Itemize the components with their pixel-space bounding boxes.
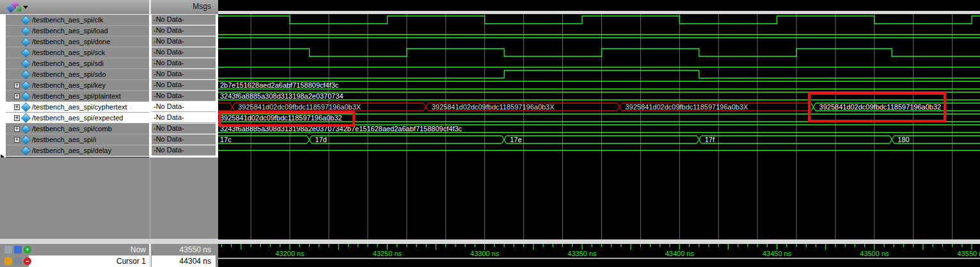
signal-row[interactable]: /testbench_aes_spi/sck-No Data- <box>0 47 218 58</box>
signal-label: /testbench_aes_spi/done <box>32 38 110 45</box>
signal-diamond-icon <box>21 26 31 36</box>
highlight-annotation-box <box>808 92 946 122</box>
signal-label: /testbench_aes_spi/sck <box>32 49 105 56</box>
signal-diamond-icon <box>21 102 31 113</box>
signal-list-panel: Msgs /testbench_aes_spi/clk-No Data-/tes… <box>0 0 218 267</box>
horizontal-scrollbar-track[interactable] <box>218 239 980 244</box>
waveform-canvas[interactable]: 2b7e151628aed2a6abf7158809cf4f3c3243f6a8… <box>218 14 980 240</box>
ruler-label: 43450 ns <box>763 250 792 257</box>
cursor-row[interactable]: − Cursor 1 44304 ns <box>0 255 218 267</box>
signal-row[interactable]: /testbench_aes_spi/done-No Data- <box>0 36 218 47</box>
expand-plus-icon[interactable]: + <box>14 83 20 88</box>
ruler-label: 43200 ns <box>275 250 304 257</box>
bus-value-cyphertext: 3925841d02dc09fbdc118597196a0b3X <box>625 103 748 111</box>
signal-name-cell[interactable]: +/testbench_aes_spi/expected <box>6 113 149 124</box>
modelsim-wave-window: { "left_panel": { "msgs_header": "Msgs",… <box>0 0 980 267</box>
signal-row[interactable]: /testbench_aes_spi/sdo-No Data- <box>0 69 218 80</box>
wrench-icon[interactable] <box>14 257 22 265</box>
column-divider[interactable] <box>149 0 151 14</box>
signal-label: /testbench_aes_spi/sdi <box>32 60 104 67</box>
ruler-label: 43550 ns <box>958 250 980 257</box>
signal-row[interactable]: +/testbench_aes_spi/key-No Data- <box>0 80 218 91</box>
msgs-column-header: Msgs <box>193 2 211 11</box>
cursor-label: Cursor 1 <box>116 257 146 266</box>
bus-value-i: 17d <box>315 136 327 143</box>
signal-row[interactable]: /testbench_aes_spi/delay-No Data- <box>0 145 218 156</box>
expand-plus-icon[interactable]: + <box>14 126 20 132</box>
signal-row[interactable]: /testbench_aes_spi/clk-No Data- <box>0 15 218 26</box>
remove-cursor-icon[interactable]: − <box>24 257 31 265</box>
signal-row[interactable]: /testbench_aes_spi/sdi-No Data- <box>0 58 218 69</box>
signal-row[interactable]: +/testbench_aes_spi/comb-No Data- <box>0 124 218 134</box>
signal-name-cell[interactable]: +/testbench_aes_spi/comb <box>6 124 149 134</box>
ruler-label: 43400 ns <box>665 250 695 257</box>
signal-diamond-icon <box>21 113 31 124</box>
bus-value-i: 17f <box>705 136 715 143</box>
lock-icon[interactable] <box>4 257 12 265</box>
bus-value-i: 17c <box>220 136 232 143</box>
signal-label: /testbench_aes_spi/key <box>32 81 106 89</box>
signal-msgs-cell: -No Data- <box>152 80 216 90</box>
signal-name-cell[interactable]: /testbench_aes_spi/done <box>6 36 149 47</box>
add-cursor-icon[interactable]: + <box>24 246 31 254</box>
signal-diamond-icon <box>21 48 31 58</box>
signal-msgs-cell: -No Data- <box>152 36 216 47</box>
ruler-label: 43250 ns <box>373 250 402 257</box>
signal-diamond-icon <box>21 37 31 47</box>
green-square-icon <box>16 6 21 12</box>
signal-name-cell[interactable]: +/testbench_aes_spi/cyphertext <box>6 102 149 113</box>
column-divider <box>149 158 151 239</box>
expand-plus-icon[interactable]: + <box>14 115 20 121</box>
signal-name-cell[interactable]: /testbench_aes_spi/sck <box>6 47 149 58</box>
signal-diamond-icon <box>21 135 31 145</box>
timeline-ruler[interactable]: 43200 ns43250 ns43300 ns43350 ns43400 ns… <box>218 244 980 267</box>
signal-label: /testbench_aes_spi/load <box>32 27 108 35</box>
expand-plus-icon[interactable]: + <box>14 137 20 143</box>
expand-plus-icon[interactable]: + <box>14 93 20 99</box>
stamp-icon[interactable] <box>4 246 12 254</box>
highlight-annotation-box <box>219 111 355 127</box>
bus-value-cyphertext: 3925841d02dc09fbdc118597196a0b3X <box>432 103 555 111</box>
signal-row[interactable]: +/testbench_aes_spi/plaintext-No Data- <box>0 91 218 102</box>
signal-diamond-icon <box>21 146 31 156</box>
signal-label: /testbench_aes_spi/plaintext <box>32 92 121 100</box>
now-label: Now <box>130 245 146 254</box>
signal-name-cell[interactable]: +/testbench_aes_spi/key <box>6 80 149 91</box>
signal-diamond-icon <box>21 59 31 69</box>
signal-name-cell[interactable]: /testbench_aes_spi/load <box>6 26 149 36</box>
monitor-icon[interactable] <box>14 246 22 254</box>
horizontal-scrollbar-track[interactable] <box>0 239 218 244</box>
expand-plus-icon[interactable]: + <box>14 104 20 110</box>
signal-diamond-icon <box>21 92 31 102</box>
bus-value-i: 17e <box>510 136 521 143</box>
signal-list-header: Msgs <box>0 0 218 15</box>
signal-diamond-icon <box>21 124 31 134</box>
dropdown-caret-icon[interactable] <box>23 6 28 9</box>
now-value: 43550 ns <box>180 245 211 254</box>
signal-msgs-cell: -No Data- <box>152 91 216 101</box>
signal-msgs-cell: -No Data- <box>152 145 216 156</box>
signal-msgs-cell: -No Data- <box>152 134 216 145</box>
column-divider <box>149 244 151 255</box>
ruler-label: 43300 ns <box>470 250 500 257</box>
signal-name-cell[interactable]: +/testbench_aes_spi/plaintext <box>6 91 149 102</box>
signal-name-cell[interactable]: /testbench_aes_spi/delay <box>6 145 149 156</box>
signal-row[interactable]: +/testbench_aes_spi/expected-No Data- <box>0 113 218 124</box>
signal-row[interactable]: /testbench_aes_spi/load-No Data- <box>0 26 218 36</box>
signal-label: /testbench_aes_spi/cyphertext <box>32 103 127 111</box>
signal-label: /testbench_aes_spi/expected <box>32 114 123 122</box>
signal-label: /testbench_aes_spi/sdo <box>32 70 106 78</box>
bus-value-cyphertext: 3925841d02dc09fbdc118597196a0b3X <box>238 103 361 111</box>
signal-msgs-cell: -No Data- <box>152 69 216 79</box>
ruler-label: 43500 ns <box>860 250 889 257</box>
signal-row[interactable]: +/testbench_aes_spi/i-No Data- <box>0 134 218 145</box>
signal-msgs-cell: -No Data- <box>152 47 216 58</box>
signal-name-cell[interactable]: /testbench_aes_spi/clk <box>6 15 149 26</box>
signal-name-cell[interactable]: +/testbench_aes_spi/i <box>6 134 149 145</box>
signal-diamond-icon <box>21 81 31 91</box>
signal-msgs-cell: -No Data- <box>152 102 216 112</box>
signal-name-cell[interactable]: /testbench_aes_spi/sdi <box>6 58 149 69</box>
panel-empty-area <box>0 158 218 239</box>
signal-name-cell[interactable]: /testbench_aes_spi/sdo <box>6 69 149 80</box>
signal-row[interactable]: +/testbench_aes_spi/cyphertext-No Data- <box>0 102 218 113</box>
